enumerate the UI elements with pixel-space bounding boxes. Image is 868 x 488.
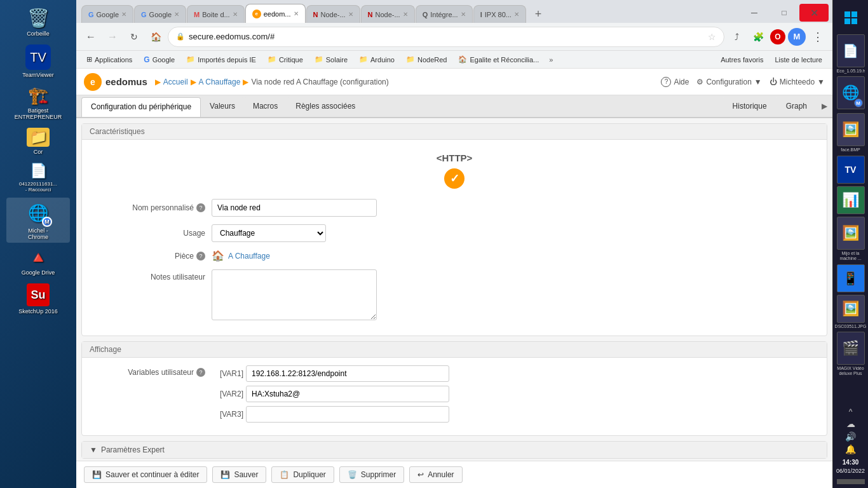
- usage-select[interactable]: Chauffage: [212, 224, 326, 242]
- share-button[interactable]: ⤴: [727, 27, 746, 46]
- tab-configuration[interactable]: Configuration du périphérique: [81, 97, 201, 117]
- windows-start-button[interactable]: [837, 4, 865, 32]
- tab-google1[interactable]: G Google ✕: [81, 5, 133, 23]
- chevron-down-icon: ▼: [817, 78, 825, 86]
- bookmark-star-icon[interactable]: ☆: [708, 32, 716, 42]
- nav-back-button[interactable]: ←: [81, 27, 100, 46]
- nom-input[interactable]: [212, 199, 377, 217]
- nav-home-button[interactable]: 🏠: [146, 27, 165, 46]
- bookmark-autres-favoris[interactable]: Autres favoris: [715, 55, 768, 65]
- desktop-icon-file[interactable]: 📄 041220111631...- Raccourci: [6, 160, 70, 195]
- tab-eedomus[interactable]: e eedom... ✕: [245, 4, 306, 23]
- network-icon[interactable]: ☁: [845, 417, 857, 430]
- tab-historique[interactable]: Historique: [723, 97, 776, 116]
- expand-taskbar-button[interactable]: ^: [848, 406, 854, 417]
- nav-refresh-button[interactable]: ↻: [125, 27, 144, 46]
- tab-google2[interactable]: G Google ✕: [134, 5, 186, 23]
- tab-close-icon[interactable]: ✕: [121, 11, 126, 18]
- tab-close-icon[interactable]: ✕: [348, 11, 353, 18]
- extensions-button[interactable]: 🧩: [749, 27, 768, 46]
- piece-link[interactable]: A Chauffage: [228, 252, 270, 261]
- taskbar-file-mijo[interactable]: 🖼️ Mijo et lamachine ...: [837, 217, 865, 262]
- taskbar-file-eco[interactable]: 📄 Eco_1.05.19.hex: [837, 34, 865, 74]
- desktop-icon-sketchup[interactable]: Su SketchUp 2016: [6, 281, 70, 317]
- user-menu-button[interactable]: ⏻ Michteedo ▼: [770, 78, 825, 86]
- taskbar-chrome-app[interactable]: 🌐 M: [837, 76, 865, 111]
- cancel-button[interactable]: ↩ Annuler: [409, 466, 462, 483]
- tab-node2[interactable]: N Node-... ✕: [361, 5, 415, 23]
- volume-icon[interactable]: 🔊: [844, 430, 857, 443]
- tab-close-icon[interactable]: ✕: [294, 10, 299, 17]
- piece-icon: 🏠: [212, 250, 224, 262]
- notes-textarea[interactable]: [212, 269, 377, 320]
- scroll-right-icon[interactable]: ▶: [817, 99, 832, 113]
- tab-close-icon[interactable]: ✕: [174, 11, 179, 18]
- desktop-icon-teamviewer[interactable]: TV TeamViewer: [6, 42, 70, 81]
- taskbar-teamviewer-app[interactable]: TV: [837, 156, 865, 184]
- bookmark-folder-critique[interactable]: 📁 Critique: [262, 54, 308, 65]
- tab-boite[interactable]: M Boite d... ✕: [187, 5, 245, 23]
- var3-input[interactable]: [246, 406, 449, 423]
- bookmark-folder-arduino[interactable]: 📁 Arduino: [354, 54, 400, 65]
- help-piece-icon[interactable]: ?: [196, 252, 205, 261]
- taskbar-magix-app[interactable]: 🎬 MAGIX Vidéodeluxe Plus: [837, 332, 865, 377]
- eedomus-logo[interactable]: e eedomus: [84, 73, 147, 91]
- help-nom-icon[interactable]: ?: [196, 203, 205, 212]
- new-tab-button[interactable]: +: [529, 5, 547, 23]
- taskbar-appsheet-app[interactable]: 📱: [837, 264, 865, 292]
- maximize-button[interactable]: □: [770, 4, 799, 22]
- desktop-icon-cor[interactable]: 📁 Cor: [6, 125, 70, 158]
- opera-icon[interactable]: O: [770, 29, 785, 44]
- desktop-icon-chrome-michel[interactable]: 🌐 M Michel -Chrome: [6, 198, 70, 243]
- taskbar-file-face[interactable]: 🖼️ face.BMP: [837, 113, 865, 152]
- affichage-section: Affichage Variables utilisateur ? [VAR1]: [81, 341, 827, 436]
- bookmark-liste-lecture[interactable]: Liste de lecture: [770, 55, 827, 65]
- tab-close-icon[interactable]: ✕: [233, 11, 238, 18]
- desktop-icon-batigest[interactable]: 🏗️ BatigestENTREPRENEUR: [6, 83, 70, 123]
- save-continue-button[interactable]: 💾 Sauver et continuer à éditer: [84, 466, 207, 483]
- user-avatar[interactable]: M: [788, 28, 806, 46]
- chrome-titlebar: ─ □ ✕ G Google ✕ G Google ✕ M Boite d: [76, 0, 832, 23]
- var1-input[interactable]: [246, 365, 449, 382]
- tab-title: Boite d...: [202, 11, 229, 18]
- taskbar-excel-app[interactable]: 📊: [837, 186, 865, 214]
- aide-button[interactable]: ? Aide: [661, 77, 689, 87]
- delete-button[interactable]: 🗑️ Supprimer: [339, 466, 404, 483]
- bookmark-apps[interactable]: ⊞ Applications: [81, 54, 137, 65]
- tab-regles[interactable]: Règles associées: [287, 97, 364, 115]
- tab-close-icon[interactable]: ✕: [403, 11, 408, 18]
- nav-forward-button[interactable]: →: [103, 27, 122, 46]
- breadcrumb-chauffage[interactable]: A Chauffage: [199, 78, 241, 86]
- chrome-menu-button[interactable]: ⋮: [808, 27, 827, 46]
- bookmark-google[interactable]: G Google: [139, 54, 180, 65]
- save-button[interactable]: 💾 Sauver: [212, 466, 266, 483]
- breadcrumb-accueil[interactable]: Accueil: [163, 78, 188, 86]
- address-bar[interactable]: 🔒 secure.eedomus.com/# ☆: [168, 27, 724, 47]
- close-button[interactable]: ✕: [799, 4, 829, 22]
- tab-integ[interactable]: Q Intégre... ✕: [416, 5, 473, 23]
- tab-graph[interactable]: Graph: [776, 97, 817, 116]
- duplicate-button[interactable]: 📋 Dupliquer: [271, 466, 334, 483]
- bookmark-egalite[interactable]: 🏠 Egalite et Réconcilia...: [453, 54, 544, 65]
- desktop-icon-corbeille[interactable]: 🗑️ Corbeille: [6, 5, 70, 39]
- tab-ipx80[interactable]: I IPX 80... ✕: [473, 5, 526, 23]
- notification-bell-icon[interactable]: 🔔: [844, 443, 857, 456]
- minimize-button[interactable]: ─: [740, 4, 769, 22]
- tab-valeurs[interactable]: Valeurs: [201, 97, 244, 115]
- bookmark-folder-importes[interactable]: 📁 Importés depuis IE: [181, 54, 261, 65]
- tab-favicon-eedomus: e: [252, 10, 261, 18]
- desktop-icon-gdrive[interactable]: 🔺 Google Drive: [6, 245, 70, 278]
- tab-close-icon[interactable]: ✕: [461, 11, 466, 18]
- help-vars-icon[interactable]: ?: [196, 368, 205, 377]
- params-expert-header[interactable]: ▼ Paramètres Expert: [82, 442, 827, 458]
- taskbar-file-dsc[interactable]: 🖼️ DSC03511.JPG: [837, 295, 865, 329]
- bookmark-more-button[interactable]: »: [545, 55, 557, 65]
- configuration-button[interactable]: ⚙ Configuration ▼: [696, 78, 761, 86]
- tab-node1[interactable]: N Node-... ✕: [306, 5, 360, 23]
- bookmark-folder-nodered[interactable]: 📁 NodeRed: [401, 54, 452, 65]
- show-desktop-button[interactable]: [837, 479, 865, 484]
- var2-input[interactable]: [246, 386, 449, 402]
- tab-close-icon[interactable]: ✕: [514, 11, 519, 18]
- bookmark-folder-solaire[interactable]: 📁 Solaire: [309, 54, 353, 65]
- tab-macros[interactable]: Macros: [244, 97, 287, 115]
